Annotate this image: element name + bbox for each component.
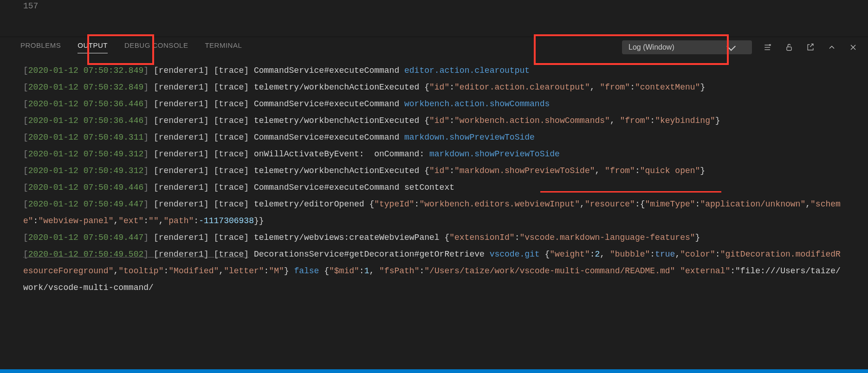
tab-output[interactable]: OUTPUT [78, 41, 108, 53]
output-log[interactable]: [2020-01-12 07:50:32.849] [renderer1] [t… [0, 58, 868, 373]
editor-area: 157 [0, 0, 868, 37]
open-file-icon[interactable] [805, 42, 816, 53]
output-channel-label: Log (Window) [628, 43, 674, 51]
chevron-up-icon[interactable] [826, 42, 837, 53]
chevron-down-icon [726, 42, 736, 51]
panel-tabs: PROBLEMS OUTPUT DEBUG CONSOLE TERMINAL [20, 41, 242, 53]
panel-header: PROBLEMS OUTPUT DEBUG CONSOLE TERMINAL L… [0, 37, 868, 58]
tab-debug-console[interactable]: DEBUG CONSOLE [124, 41, 188, 53]
annotation-underline-markdown [540, 191, 721, 193]
close-panel-icon[interactable] [848, 42, 859, 53]
tab-problems[interactable]: PROBLEMS [20, 41, 61, 53]
status-bar [0, 369, 868, 373]
clear-output-icon[interactable] [762, 42, 773, 53]
svg-rect-0 [787, 47, 791, 51]
panel-actions: Log (Window) [622, 40, 859, 54]
tab-terminal[interactable]: TERMINAL [205, 41, 242, 53]
line-number: 157 [23, 0, 38, 12]
output-channel-select[interactable]: Log (Window) [622, 40, 752, 54]
lock-scroll-icon[interactable] [784, 42, 795, 53]
